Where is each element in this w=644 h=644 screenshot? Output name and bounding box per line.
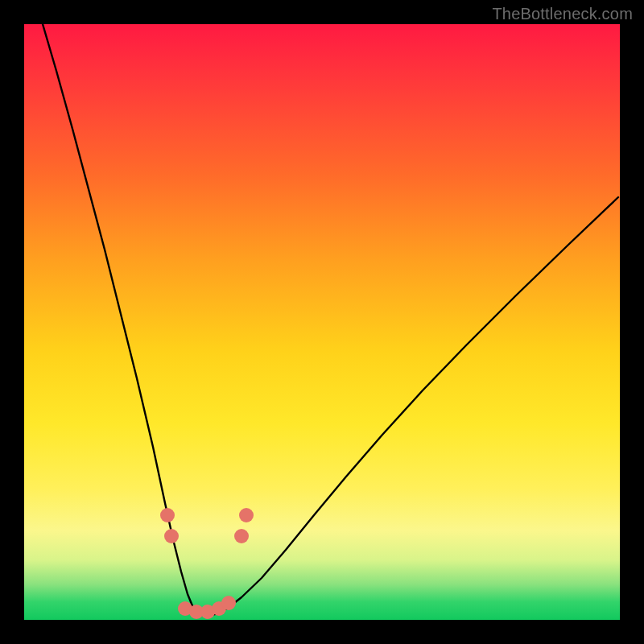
highlight-marker xyxy=(234,529,249,543)
curve-line xyxy=(43,24,618,616)
chart-frame: TheBottleneck.com xyxy=(0,0,644,644)
highlight-marker xyxy=(221,596,236,610)
highlight-marker xyxy=(164,529,179,543)
watermark-text: TheBottleneck.com xyxy=(492,5,633,23)
bottleneck-chart xyxy=(24,24,620,620)
highlight-marker xyxy=(239,508,254,522)
plot-area xyxy=(24,24,620,620)
highlight-marker xyxy=(160,508,175,522)
